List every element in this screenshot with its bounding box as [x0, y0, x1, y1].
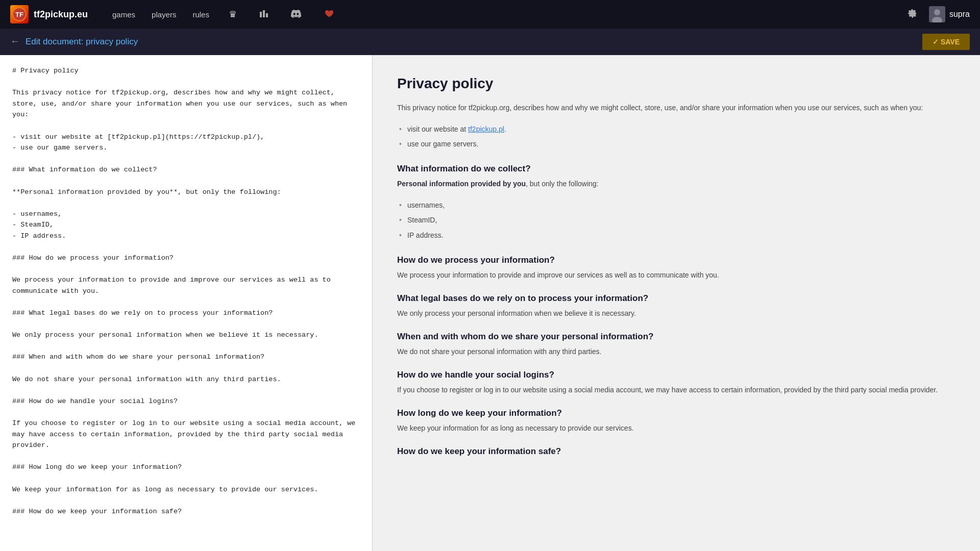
preview-intro-list: visit our website at tf2pickup.pl.use ou…: [397, 122, 955, 152]
page-title: Edit document: privacy policy: [26, 37, 138, 47]
settings-icon[interactable]: [903, 6, 921, 23]
stats-icon[interactable]: [256, 7, 272, 22]
navbar: TF tf2pickup.eu games players rules ♛: [0, 0, 980, 29]
preview-section-heading: What information do we collect?: [397, 164, 955, 174]
preview-section-heading: How do we keep your information safe?: [397, 446, 955, 457]
preview-section-text: Personal information provided by you, bu…: [397, 178, 955, 190]
svg-rect-4: [266, 13, 268, 17]
preview-section-heading: When and with whom do we share your pers…: [397, 332, 955, 342]
site-logo-text: tf2pickup.eu: [34, 9, 88, 20]
preview-section-text: We do not share your personal informatio…: [397, 346, 955, 358]
preview-section-heading: How long do we keep your information?: [397, 408, 955, 418]
preview-section-list: usernames,SteamID,IP address.: [397, 198, 955, 242]
discord-icon[interactable]: [288, 6, 304, 23]
preview-section-heading: How do we process your information?: [397, 255, 955, 265]
editor-panel[interactable]: # Privacy policy This privacy notice for…: [0, 55, 373, 551]
preview-section-text: If you choose to register or log in to o…: [397, 384, 955, 396]
main-content: # Privacy policy This privacy notice for…: [0, 55, 980, 551]
donate-icon[interactable]: [321, 6, 337, 23]
site-logo[interactable]: TF tf2pickup.eu: [10, 5, 88, 23]
preview-title: Privacy policy: [397, 76, 955, 92]
visit-link[interactable]: tf2pickup.pl: [468, 125, 504, 133]
svg-point-6: [934, 9, 940, 15]
nav-right: supra: [903, 6, 970, 23]
nav-rules-link[interactable]: rules: [192, 10, 209, 19]
preview-section-text: We process your information to provide a…: [397, 269, 955, 281]
preview-panel: Privacy policyThis privacy notice for tf…: [373, 55, 980, 551]
preview-intro: This privacy notice for tf2pickup.org, d…: [397, 102, 955, 114]
logo-icon: TF: [10, 5, 29, 23]
nav-players-link[interactable]: players: [152, 10, 176, 19]
nav-games-link[interactable]: games: [112, 10, 135, 19]
back-button[interactable]: ←: [10, 36, 19, 47]
preview-section-text: We keep your information for as long as …: [397, 422, 955, 434]
list-item: visit our website at tf2pickup.pl.: [397, 122, 955, 137]
preview-section-heading: What legal bases do we rely on to proces…: [397, 293, 955, 304]
username: supra: [949, 10, 970, 19]
preview-section-text: We only process your personal informatio…: [397, 308, 955, 319]
list-item: use our game servers.: [397, 137, 955, 152]
list-item: SteamID,: [397, 213, 955, 228]
svg-rect-2: [260, 12, 262, 17]
list-item: usernames,: [397, 198, 955, 213]
avatar: [929, 6, 945, 22]
svg-text:TF: TF: [15, 11, 23, 18]
save-button[interactable]: ✓ SAVE: [922, 34, 970, 50]
sub-header: ← Edit document: privacy policy ✓ SAVE: [0, 29, 980, 55]
user-menu[interactable]: supra: [929, 6, 970, 22]
queue-icon[interactable]: ♛: [226, 7, 240, 22]
preview-section-heading: How do we handle your social logins?: [397, 370, 955, 380]
list-item: IP address.: [397, 228, 955, 243]
svg-rect-3: [263, 10, 265, 17]
